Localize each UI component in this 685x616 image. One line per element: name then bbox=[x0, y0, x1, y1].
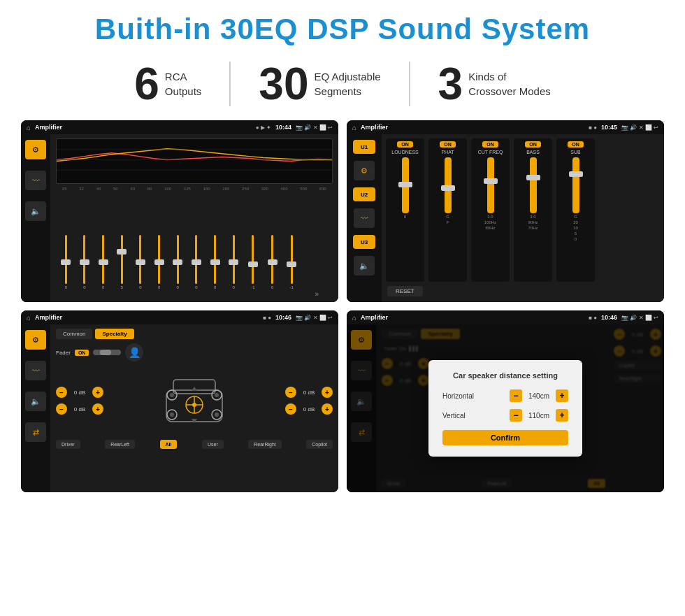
stat-eq-number: 30 bbox=[259, 62, 308, 106]
u1-btn-s2[interactable]: U1 bbox=[353, 140, 375, 154]
eq-speaker-btn[interactable]: 🔈 bbox=[25, 201, 46, 221]
db-row-3: − 0 dB + bbox=[285, 387, 333, 398]
sub-col: ON SUB G 20 10 5 0 bbox=[556, 138, 595, 282]
eq-slider-7[interactable]: 0 bbox=[177, 235, 179, 298]
db1-minus-btn[interactable]: − bbox=[56, 387, 67, 398]
page-title: Buith-in 30EQ DSP Sound System bbox=[21, 13, 664, 46]
person-icon: 👤 bbox=[125, 343, 143, 361]
car-svg bbox=[152, 366, 236, 436]
reset-btn-s2[interactable]: RESET bbox=[387, 286, 423, 296]
sub-thumb[interactable] bbox=[569, 171, 583, 177]
screen1-statusbar: ⌂ Amplifier ● ▶ ✦ 10:44 📷 🔊 ✕ ⬜ ↩ bbox=[21, 120, 338, 134]
user-btn[interactable]: User bbox=[202, 440, 224, 449]
screen-eq: ⌂ Amplifier ● ▶ ✦ 10:44 📷 🔊 ✕ ⬜ ↩ ⚙ 〰 🔈 bbox=[21, 120, 338, 302]
stats-row: 6 RCA Outputs 30 EQ Adjustable Segments … bbox=[21, 62, 664, 106]
cutfreq-on[interactable]: ON bbox=[482, 141, 498, 148]
screen-fader: ⌂ Amplifier ■ ● 10:46 📷 🔊 ✕ ⬜ ↩ ⚙ 〰 🔈 ⇄ … bbox=[21, 310, 338, 492]
vertical-plus-btn[interactable]: + bbox=[556, 409, 568, 422]
eq-slider-10[interactable]: 0 bbox=[233, 235, 235, 298]
screen4-time: 10:46 bbox=[601, 314, 617, 321]
home-icon-s3[interactable]: ⌂ bbox=[27, 314, 31, 322]
db2-minus-btn[interactable]: − bbox=[56, 403, 67, 415]
screen4-statusbar: ⌂ Amplifier ■ ● 10:46 📷 🔊 ✕ ⬜ ↩ bbox=[347, 310, 664, 324]
speaker-btn-s2[interactable]: 🔈 bbox=[354, 256, 375, 275]
bass-on[interactable]: ON bbox=[525, 141, 541, 148]
horizontal-plus-btn[interactable]: + bbox=[556, 389, 568, 402]
stat-eq: 30 EQ Adjustable Segments bbox=[231, 62, 410, 106]
svg-point-12 bbox=[215, 413, 219, 417]
vertical-minus-btn[interactable]: − bbox=[510, 409, 522, 422]
eq-slider-8[interactable]: 0 bbox=[195, 235, 197, 298]
common-tab[interactable]: Common bbox=[56, 329, 92, 339]
specialty-tab[interactable]: Specialty bbox=[95, 329, 134, 339]
copilot-btn[interactable]: Copilot bbox=[306, 440, 333, 449]
eq-slider-12[interactable]: 0 bbox=[271, 235, 273, 298]
horizontal-minus-btn[interactable]: − bbox=[510, 389, 522, 402]
phat-on[interactable]: ON bbox=[440, 141, 456, 148]
fader-filter-btn[interactable]: ⚙ bbox=[25, 330, 46, 350]
screen-amplifier: ⌂ Amplifier ■ ● 10:45 📷 🔊 ✕ ⬜ ↩ U1 ⚙ U2 … bbox=[347, 120, 664, 302]
cutfreq-thumb[interactable] bbox=[484, 178, 498, 184]
eq-slider-13[interactable]: -1 bbox=[290, 235, 294, 298]
eq-slider-6[interactable]: 0 bbox=[158, 235, 160, 298]
vertical-row: Vertical − 110cm + bbox=[442, 409, 568, 422]
fader-h-slider[interactable] bbox=[93, 350, 121, 355]
db1-plus-btn[interactable]: + bbox=[92, 387, 103, 398]
db2-plus-btn[interactable]: + bbox=[92, 403, 103, 415]
db-row-2: − 0 dB + bbox=[56, 403, 103, 415]
horizontal-stepper: − 140cm + bbox=[510, 389, 568, 402]
home-icon[interactable]: ⌂ bbox=[27, 124, 31, 131]
loudness-thumb[interactable] bbox=[398, 182, 412, 187]
left-db-controls: − 0 dB + − 0 dB + bbox=[56, 387, 103, 415]
eq-filter-btn-s2[interactable]: ⚙ bbox=[354, 161, 375, 180]
confirm-button[interactable]: Confirm bbox=[442, 430, 568, 445]
eq-slider-4[interactable]: 5 bbox=[121, 235, 123, 298]
vertical-value: 110cm bbox=[525, 412, 553, 420]
svg-point-8 bbox=[215, 393, 219, 397]
db3-plus-btn[interactable]: + bbox=[322, 387, 333, 398]
eq-slider-11[interactable]: -1 bbox=[251, 235, 254, 298]
db3-minus-btn[interactable]: − bbox=[285, 387, 296, 398]
vertical-label: Vertical bbox=[442, 412, 466, 420]
home-icon-s2[interactable]: ⌂ bbox=[352, 124, 356, 131]
screen-dialog: ⌂ Amplifier ■ ● 10:46 📷 🔊 ✕ ⬜ ↩ ⚙ 〰 🔈 ⇄ … bbox=[347, 310, 664, 492]
rearright-btn[interactable]: RearRight bbox=[248, 440, 282, 449]
eq-arrows: » bbox=[310, 290, 324, 298]
eq-freq-labels: 25 32 40 50 63 80 100 125 160 200 250 32… bbox=[56, 187, 333, 191]
home-icon-s4[interactable]: ⌂ bbox=[352, 314, 356, 322]
eq-main: 25 32 40 50 63 80 100 125 160 200 250 32… bbox=[50, 134, 338, 302]
all-btn[interactable]: All bbox=[160, 440, 178, 449]
fader-speaker-btn[interactable]: 🔈 bbox=[25, 392, 46, 411]
sub-on[interactable]: ON bbox=[568, 141, 584, 148]
db4-minus-btn[interactable]: − bbox=[285, 403, 296, 415]
eq-slider-3[interactable]: 0 bbox=[102, 235, 104, 298]
stat-rca-number: 6 bbox=[134, 62, 159, 106]
db3-value: 0 dB bbox=[299, 389, 319, 396]
u3-btn-s2[interactable]: U3 bbox=[353, 235, 375, 249]
bass-thumb[interactable] bbox=[526, 175, 540, 180]
u2-btn-s2[interactable]: U2 bbox=[353, 187, 375, 201]
loudness-on[interactable]: ON bbox=[397, 141, 413, 148]
db4-plus-btn[interactable]: + bbox=[322, 403, 333, 415]
amp-controls-row: ON LOUDNESS 0 ON PHAT bbox=[386, 138, 660, 282]
wave-btn-s2[interactable]: 〰 bbox=[354, 208, 375, 228]
svg-point-6 bbox=[170, 393, 174, 397]
driver-btn[interactable]: Driver bbox=[56, 440, 80, 449]
phat-thumb[interactable] bbox=[441, 185, 455, 191]
phat-title: PHAT bbox=[441, 150, 454, 155]
screen1-status-icons: ● ▶ ✦ bbox=[256, 124, 271, 131]
rearleft-btn[interactable]: RearLeft bbox=[105, 440, 135, 449]
screen2-left-panel: U1 ⚙ U2 〰 U3 🔈 bbox=[347, 134, 382, 302]
eq-slider-1[interactable]: 0 bbox=[65, 235, 67, 298]
eq-filter-btn[interactable]: ⚙ bbox=[25, 140, 46, 159]
eq-slider-2[interactable]: 0 bbox=[83, 235, 85, 298]
eq-slider-5[interactable]: 0 bbox=[139, 235, 141, 298]
screen3-side: ⚙ 〰 🔈 ⇄ bbox=[21, 324, 50, 492]
bass-title: BASS bbox=[526, 150, 540, 155]
fader-arrows-btn[interactable]: ⇄ bbox=[25, 422, 46, 442]
eq-wave-btn[interactable]: 〰 bbox=[25, 171, 46, 190]
fader-wave-btn[interactable]: 〰 bbox=[25, 361, 46, 380]
eq-slider-9[interactable]: 0 bbox=[214, 235, 216, 298]
screen2-time: 10:45 bbox=[601, 124, 617, 131]
fader-on-badge[interactable]: ON bbox=[75, 350, 89, 356]
